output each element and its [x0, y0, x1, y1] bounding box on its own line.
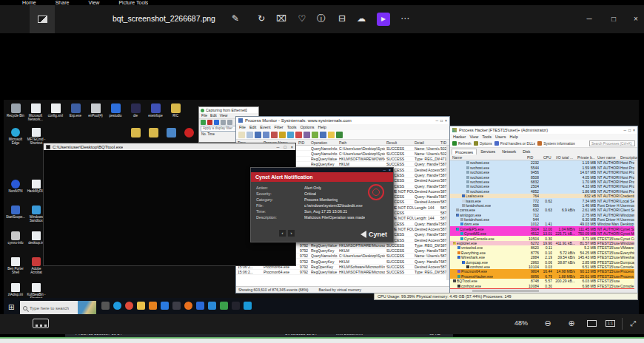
procmon-event-row[interactable]: 15:06:2...Procmon64.exe 9792RegQueryValu…: [236, 270, 449, 275]
desktop-icon[interactable]: Recycle Bin: [6, 103, 25, 118]
minimize-button[interactable]: ─: [383, 169, 386, 172]
column-header[interactable]: Path: [339, 140, 346, 145]
toolbar-icon[interactable]: [207, 120, 212, 125]
toolbar-icon[interactable]: [336, 132, 343, 138]
column-header[interactable]: I/O total ...: [556, 155, 573, 160]
toolbar-button[interactable]: Find handles or DLLs: [494, 141, 536, 146]
onedrive-cloud-icon[interactable]: ☁: [355, 13, 368, 26]
column-header[interactable]: Private b...: [577, 155, 595, 160]
desktop-icon[interactable]: cymru-info: [6, 231, 25, 245]
see-all-photos-button[interactable]: [30, 5, 55, 33]
desktop-icon[interactable]: RIC: [166, 103, 185, 118]
column-header[interactable]: Name: [452, 155, 462, 160]
column-header[interactable]: Detail: [415, 140, 424, 145]
close-button[interactable]: ×: [445, 118, 447, 123]
menu-item[interactable]: Users: [495, 135, 506, 139]
taskbar-search-input[interactable]: Type here to search: [20, 301, 96, 315]
video-editor-icon[interactable]: ▸: [377, 13, 390, 26]
toolbar-icon[interactable]: [295, 132, 302, 138]
column-header[interactable]: TID: [440, 140, 446, 145]
menu-item[interactable]: Filter: [274, 125, 283, 129]
ribbon-tab[interactable]: Home: [22, 0, 36, 5]
toolbar-button[interactable]: Refresh: [452, 141, 472, 146]
menu-item[interactable]: File: [239, 125, 246, 129]
delete-icon[interactable]: ⌧: [275, 13, 288, 26]
close-button[interactable]: ×: [633, 128, 635, 132]
menu-item[interactable]: Edit: [210, 113, 217, 118]
procmon-toolbar[interactable]: [236, 130, 449, 140]
desktop-icon[interactable]: ziAdisp.ini: [6, 283, 25, 296]
print-icon[interactable]: ⊟: [335, 13, 349, 26]
fullscreen-icon[interactable]: ⤢: [625, 317, 640, 330]
desktop-icon[interactable]: [131, 128, 141, 137]
menu-item[interactable]: Tools: [482, 135, 492, 139]
column-header[interactable]: Description: [620, 155, 638, 160]
menu-item[interactable]: Edit: [249, 125, 256, 129]
desktop-icon[interactable]: Exp.exe: [66, 103, 85, 118]
info-icon[interactable]: ⓘ: [315, 13, 328, 26]
menu-item[interactable]: File: [201, 113, 207, 118]
more-options-icon[interactable]: ⋯: [398, 13, 412, 26]
column-header[interactable]: PID: [527, 155, 533, 160]
toolbar-icon[interactable]: [246, 132, 253, 138]
menu-item[interactable]: View: [469, 135, 478, 139]
tab-network[interactable]: Network: [499, 149, 519, 154]
rotate-icon[interactable]: ↻: [255, 13, 268, 26]
process-list[interactable]: svchost.exe 2232 1.19 MB NT AUTHORITY\SY…: [450, 160, 637, 290]
menu-item[interactable]: Tools: [287, 125, 297, 129]
maximize-button[interactable]: □: [603, 5, 625, 33]
ribbon-tab[interactable]: View: [88, 0, 99, 5]
desktop-icon[interactable]: NordVPN: [6, 180, 25, 193]
desktop-icon[interactable]: enPool(4): [86, 103, 105, 118]
toolbar-icon[interactable]: [214, 120, 219, 125]
desktop-icon[interactable]: Ben Porter Shell: [6, 257, 25, 274]
scrollbar[interactable]: [634, 160, 637, 291]
toolbar-icon[interactable]: [279, 132, 286, 138]
desktop-icon[interactable]: exeinfope: [146, 103, 165, 118]
toolbar-icon[interactable]: [263, 132, 269, 138]
toolbar-icon[interactable]: [328, 132, 335, 138]
toolbar-icon[interactable]: [238, 132, 245, 138]
column-header[interactable]: CPU: [543, 155, 551, 160]
start-button[interactable]: ⊞: [8, 303, 14, 312]
search-processes-input[interactable]: Search Processes (Ctrl+K): [589, 140, 635, 146]
toolbar-icon[interactable]: [320, 132, 326, 138]
process-list-headers[interactable]: NamePIDCPUI/O total ...Private b...User …: [450, 154, 637, 160]
maximize-button[interactable]: □: [628, 128, 631, 132]
minimize-button[interactable]: ─: [277, 145, 280, 149]
toolbar-button[interactable]: System information: [537, 141, 575, 146]
desktop-icon[interactable]: [149, 128, 158, 137]
toolbar-icon[interactable]: [312, 132, 318, 138]
toolbar-icon[interactable]: [287, 132, 294, 138]
menu-item[interactable]: Options: [301, 125, 315, 129]
column-header[interactable]: Result: [386, 140, 397, 145]
menu-item[interactable]: Help: [318, 125, 326, 129]
desktop-icon[interactable]: pestudio: [106, 103, 125, 118]
fit-to-window-icon[interactable]: [587, 320, 597, 327]
tab-processes[interactable]: Processes: [452, 149, 477, 154]
menu-item[interactable]: View: [220, 113, 228, 118]
toolbar-icon[interactable]: [255, 132, 261, 138]
toolbar-icon[interactable]: [271, 132, 278, 138]
zoom-in-icon[interactable]: ⊕: [564, 317, 579, 330]
minimize-button[interactable]: ─: [624, 128, 627, 132]
menu-item[interactable]: Help: [509, 135, 517, 139]
desktop-icon[interactable]: [184, 128, 194, 137]
desktop-icon[interactable]: Microsoft Edge: [6, 128, 25, 145]
next-alert-button[interactable]: ›: [288, 230, 295, 237]
minimize-button[interactable]: ─: [578, 5, 600, 33]
column-header[interactable]: Operation: [311, 140, 327, 145]
previous-alert-button[interactable]: ‹: [279, 230, 286, 237]
tab-services[interactable]: Services: [477, 149, 498, 154]
close-button[interactable]: ×: [389, 169, 391, 172]
ribbon-tab[interactable]: Picture Tools: [118, 0, 148, 5]
toolbar-icon[interactable]: [303, 132, 310, 138]
menu-item[interactable]: Hacker: [453, 135, 466, 139]
tab-disk[interactable]: Disk: [520, 149, 533, 154]
toolbar-icon[interactable]: [201, 120, 206, 125]
actual-size-icon[interactable]: 1:1: [606, 320, 615, 327]
filmstrip-toggle-icon[interactable]: [33, 319, 49, 328]
search-highlight-thumbnail[interactable]: [78, 301, 96, 315]
ribbon-tab[interactable]: Share: [56, 0, 70, 5]
toolbar-icon[interactable]: [221, 120, 226, 125]
